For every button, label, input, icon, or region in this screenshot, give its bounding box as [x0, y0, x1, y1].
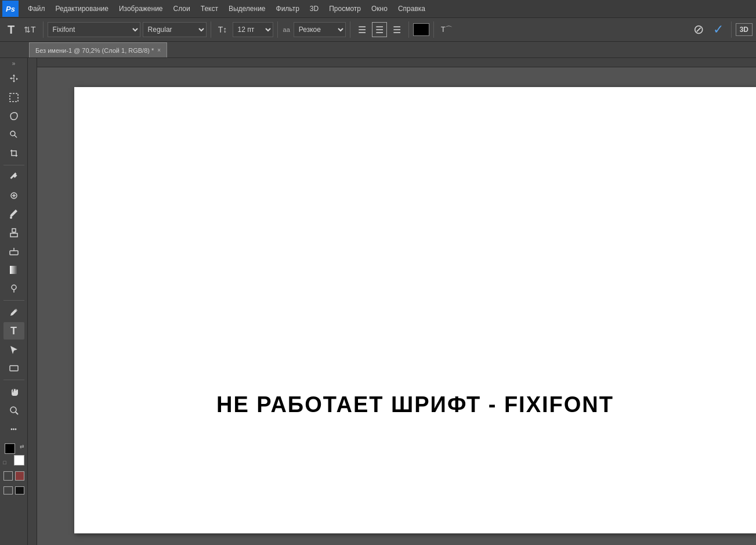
- font-size-icon: T↕: [215, 21, 230, 38]
- divider-7: [731, 21, 732, 38]
- menu-window[interactable]: Окно: [367, 2, 392, 15]
- clone-stamp-tool-btn[interactable]: [3, 224, 24, 241]
- tab-close-btn[interactable]: ×: [157, 47, 161, 53]
- brush-tool-btn[interactable]: [3, 205, 24, 223]
- background-color-swatch[interactable]: [14, 455, 24, 465]
- eyedropper-tool-btn[interactable]: [3, 168, 24, 186]
- lasso-tool-btn[interactable]: [3, 107, 24, 125]
- font-name-select[interactable]: Fixifont: [48, 22, 140, 37]
- divider-3: [277, 21, 278, 38]
- mask-mode-btns: [3, 471, 24, 481]
- quick-select-tool-btn[interactable]: [3, 126, 24, 143]
- align-right-btn[interactable]: ☰: [389, 22, 404, 37]
- menu-layers[interactable]: Слои: [169, 2, 195, 15]
- menu-file[interactable]: Файл: [23, 2, 50, 15]
- canvas-text-layer[interactable]: НЕ РАБОТАЕТ ШРИФТ - Fixifont: [216, 392, 614, 417]
- aa-mode-select[interactable]: Резкое: [294, 22, 346, 37]
- svg-point-8: [12, 285, 16, 290]
- ruler-left: [28, 58, 37, 545]
- standard-mode-btn[interactable]: [3, 471, 13, 481]
- aa-label: аа: [283, 26, 290, 33]
- svg-point-11: [10, 407, 16, 413]
- text-orientation-btn[interactable]: ⇅T: [21, 21, 39, 38]
- ruler-top: [37, 58, 756, 67]
- tool-divider-1: [3, 165, 24, 165]
- main-area: »: [0, 58, 756, 545]
- divider-2: [211, 21, 211, 38]
- text-tool-btn[interactable]: T: [3, 322, 24, 340]
- ps-logo: Ps: [2, 1, 19, 17]
- text-tool-indicator[interactable]: T: [3, 21, 19, 38]
- document-tab[interactable]: Без имени-1 @ 70,2% (Слой 1, RGB/8) * ×: [29, 42, 167, 57]
- tab-title: Без имени-1 @ 70,2% (Слой 1, RGB/8) *: [35, 47, 154, 54]
- align-center-btn[interactable]: ☰: [372, 22, 387, 37]
- menu-image[interactable]: Изображение: [114, 2, 168, 15]
- swap-colors-btn[interactable]: ⇄: [20, 443, 24, 449]
- menu-help[interactable]: Справка: [393, 2, 430, 15]
- tool-divider-2: [3, 300, 24, 301]
- toolbar: T ⇅T Fixifont Regular T↕ 12 пт аа Резкое…: [0, 17, 756, 42]
- svg-point-5: [10, 216, 12, 219]
- pen-tool-btn[interactable]: [3, 304, 24, 321]
- panel-expand-btn[interactable]: »: [12, 60, 16, 67]
- screen-mode-2-btn[interactable]: [15, 486, 24, 495]
- svg-rect-10: [10, 366, 18, 371]
- svg-rect-6: [10, 251, 18, 255]
- font-style-select[interactable]: Regular: [143, 22, 207, 37]
- font-size-select[interactable]: 12 пт: [233, 22, 273, 37]
- canvas-document[interactable]: НЕ РАБОТАЕТ ШРИФТ - Fixifont: [74, 87, 756, 533]
- menu-3d[interactable]: 3D: [305, 2, 323, 15]
- tab-bar: Без имени-1 @ 70,2% (Слой 1, RGB/8) * ×: [0, 42, 756, 58]
- align-left-btn[interactable]: ☰: [355, 22, 370, 37]
- dodge-tool-btn[interactable]: [3, 280, 24, 297]
- eraser-tool-btn[interactable]: [3, 243, 24, 260]
- menu-bar: Ps Файл Редактирование Изображение Слои …: [0, 0, 756, 17]
- more-tools-icon: •••: [10, 426, 17, 432]
- menu-text[interactable]: Текст: [196, 2, 223, 15]
- ps-logo-text: Ps: [6, 5, 15, 13]
- screen-mode-1-btn[interactable]: [3, 486, 13, 495]
- move-tool-btn[interactable]: [3, 70, 24, 88]
- divider-5: [408, 21, 409, 38]
- svg-line-12: [16, 412, 18, 414]
- menu-edit[interactable]: Редактирование: [51, 2, 113, 15]
- 3d-mode-btn[interactable]: 3D: [736, 23, 753, 36]
- more-tools-btn[interactable]: •••: [3, 420, 24, 438]
- text-tool-icon: T: [10, 325, 17, 337]
- default-colors-btn[interactable]: □: [3, 460, 6, 465]
- shape-tool-btn[interactable]: [3, 359, 24, 377]
- tool-divider-3: [3, 380, 24, 380]
- canvas-text-content: НЕ РАБОТАЕТ ШРИФТ - Fixifont: [216, 392, 614, 417]
- healing-brush-tool-btn[interactable]: [3, 187, 24, 204]
- hand-tool-btn[interactable]: [3, 383, 24, 400]
- foreground-color-swatch[interactable]: [5, 443, 15, 454]
- svg-rect-0: [10, 93, 18, 102]
- divider-1: [43, 21, 44, 38]
- divider-6: [433, 21, 434, 38]
- svg-rect-7: [10, 266, 18, 274]
- quick-mask-btn[interactable]: [15, 471, 24, 481]
- zoom-tool-btn[interactable]: [3, 402, 24, 419]
- canvas-area[interactable]: НЕ РАБОТАЕТ ШРИФТ - Fixifont: [28, 58, 756, 545]
- warp-text-btn[interactable]: T⌒: [438, 21, 455, 38]
- path-select-tool-btn[interactable]: [3, 341, 24, 358]
- gradient-tool-btn[interactable]: [3, 261, 24, 279]
- commit-btn[interactable]: ✓: [710, 21, 727, 38]
- tool-panel: »: [0, 58, 28, 545]
- crop-tool-btn[interactable]: [3, 145, 24, 162]
- color-swatches: ⇄ □: [3, 443, 24, 465]
- divider-4: [350, 21, 350, 38]
- svg-point-1: [10, 131, 15, 136]
- menu-view[interactable]: Просмотр: [324, 2, 366, 15]
- screen-mode-btns: [3, 486, 24, 495]
- menu-filter[interactable]: Фильтр: [272, 2, 304, 15]
- marquee-tool-btn[interactable]: [3, 89, 24, 106]
- text-color-swatch[interactable]: [413, 23, 429, 36]
- menu-select[interactable]: Выделение: [224, 2, 270, 15]
- cancel-btn[interactable]: ⊘: [690, 21, 707, 38]
